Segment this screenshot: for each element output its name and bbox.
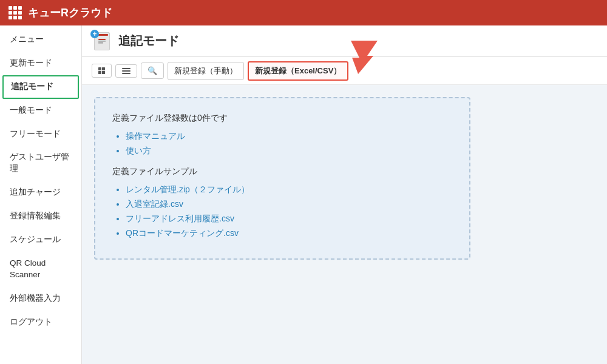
sidebar-item-general-mode[interactable]: 一般モード [0,99,81,123]
main-content: + 追記モード 🔍 新規登録（手動） [82,25,607,364]
sidebar-item-qr-cloud[interactable]: QR Cloud Scanner [0,252,81,287]
sidebar-item-external[interactable]: 外部機器入力 [0,287,81,311]
page-header: + 追記モード [82,25,607,57]
link-howto[interactable]: 使い方 [126,146,151,155]
links-list: 操作マニュアル 使い方 [112,131,452,157]
register-manual-button[interactable]: 新規登録（手動） [168,62,244,80]
search-icon: 🔍 [148,66,157,75]
search-button[interactable]: 🔍 [141,62,164,79]
svg-rect-2 [98,42,103,44]
sample-title: 定義ファイルサンプル [112,166,452,177]
list-view-icon [122,68,131,74]
toolbar: 🔍 新規登録（手動） 新規登録（Excel/CSV） [82,57,607,85]
document-icon [97,36,107,46]
sidebar-item-logout[interactable]: ログアウト [0,311,81,334]
sample-link-2[interactable]: フリーアドレス利用履歴.csv [126,214,234,223]
page-icon: + [94,32,112,50]
sample-link-3[interactable]: QRコードマーケティング.csv [126,228,239,238]
sample-item-0: レンタル管理.zip（２ファイル） [126,184,452,195]
sidebar-item-update-mode[interactable]: 更新モード [0,52,81,75]
link-manual[interactable]: 操作マニュアル [126,131,185,141]
sidebar-item-menu[interactable]: メニュー [0,28,81,52]
sample-item-3: QRコードマーケティング.csv [126,228,452,239]
link-howto-item: 使い方 [126,146,452,157]
sample-item-1: 入退室記録.csv [126,199,452,210]
page-icon-container: + [94,32,112,50]
sidebar: メニュー 更新モード 追記モード 一般モード フリーモード ゲストユーザ管理 追… [0,25,82,364]
app-title: キューRクラウド [28,5,112,20]
content-box: 定義ファイル登録数は0件です 操作マニュアル 使い方 定義ファイルサンプル レン… [94,97,470,260]
svg-rect-1 [98,41,106,42]
sidebar-item-guest-user[interactable]: ゲストユーザ管理 [0,146,81,181]
content-area: 定義ファイル登録数は0件です 操作マニュアル 使い方 定義ファイルサンプル レン… [82,85,607,364]
grid-view-icon [98,67,105,74]
main-layout: メニュー 更新モード 追記モード 一般モード フリーモード ゲストユーザ管理 追… [0,25,607,364]
sidebar-item-add-charge[interactable]: 追加チャージ [0,181,81,204]
grid-icon [8,6,22,19]
register-csv-button[interactable]: 新規登録（Excel/CSV） [248,61,348,81]
sample-item-2: フリーアドレス利用履歴.csv [126,214,452,224]
sidebar-item-add-mode[interactable]: 追記モード [2,75,79,99]
svg-rect-0 [98,39,106,40]
samples-list: レンタル管理.zip（２ファイル） 入退室記録.csv フリーアドレス利用履歴.… [112,184,452,239]
plus-icon: + [90,30,99,38]
sidebar-item-free-mode[interactable]: フリーモード [0,123,81,146]
register-manual-label: 新規登録（手動） [174,66,237,76]
register-csv-label: 新規登録（Excel/CSV） [255,66,341,76]
grid-view-button[interactable] [92,64,112,78]
link-manual-item: 操作マニュアル [126,131,452,142]
list-view-button[interactable] [115,64,137,78]
page-title: 追記モード [118,33,179,49]
sidebar-item-edit-info[interactable]: 登録情報編集 [0,204,81,228]
sample-link-1[interactable]: 入退室記録.csv [126,199,183,209]
app-header: キューRクラウド [0,0,607,25]
sample-link-0[interactable]: レンタル管理.zip（２ファイル） [126,184,249,194]
file-count-text: 定義ファイル登録数は0件です [112,113,452,124]
sidebar-item-schedule[interactable]: スケジュール [0,228,81,252]
